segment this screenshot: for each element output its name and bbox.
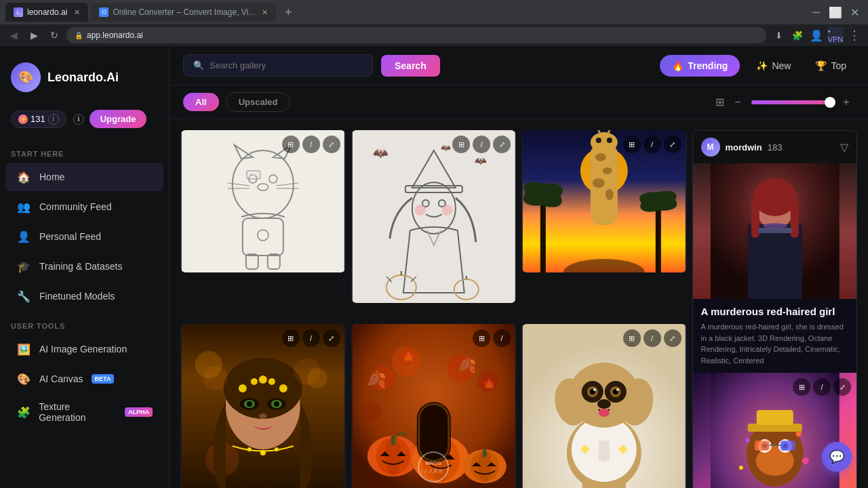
- svg-text:🦇: 🦇: [372, 146, 388, 161]
- sidebar-item-label-training: Training & Datasets: [39, 261, 122, 272]
- svg-point-157: [593, 388, 596, 391]
- svg-point-103: [275, 447, 279, 451]
- edit-icon-monkey[interactable]: /: [813, 378, 831, 396]
- grid-icon-giraffe[interactable]: ⊞: [623, 136, 641, 153]
- expand-icon-giraffe[interactable]: ⤢: [664, 136, 682, 153]
- sidebar-item-label-personal: Personal Feed: [39, 231, 101, 242]
- menu-icon[interactable]: ⋮: [846, 27, 863, 43]
- gallery-item-cat[interactable]: ⊞ / ⤢: [180, 130, 346, 272]
- sidebar-item-finetuned[interactable]: 🔧 Finetuned Models: [5, 282, 163, 310]
- svg-point-106: [203, 366, 228, 390]
- finetuned-icon: 🔧: [16, 289, 31, 304]
- chat-fab-button[interactable]: 💬: [822, 442, 852, 472]
- vote-icon[interactable]: ▽: [840, 141, 848, 154]
- expand-icon-cat[interactable]: ⤢: [323, 136, 340, 153]
- info-icon-2[interactable]: ℹ: [73, 114, 84, 125]
- edit-icon-witch[interactable]: /: [473, 136, 490, 153]
- forward-button[interactable]: ▶: [26, 27, 42, 43]
- training-icon: 🎓: [16, 259, 31, 274]
- gallery-item-chihuahua[interactable]: ⊞ / ⤢: [521, 324, 687, 488]
- gallery-item-portrait[interactable]: ⊞ / ⤢: [180, 324, 346, 488]
- search-button[interactable]: Search: [381, 55, 440, 77]
- svg-point-159: [597, 399, 611, 409]
- search-input[interactable]: [210, 60, 363, 70]
- witch-card-icons: ⊞ / ⤢: [452, 136, 511, 153]
- gallery-item-pumpkins[interactable]: 🍂 🍁 🍂 🍁 RRCG 人人素画 ⊞ /: [351, 324, 517, 488]
- trophy-icon: 🏆: [815, 60, 827, 71]
- maximize-button[interactable]: ⬜: [827, 4, 844, 20]
- edit-icon-portrait[interactable]: /: [302, 329, 320, 347]
- gallery-item-witch[interactable]: 🦇 🦇 🦇: [351, 130, 517, 303]
- trending-button[interactable]: 🔥 Trending: [660, 55, 740, 77]
- download-icon[interactable]: ⬇: [770, 27, 787, 43]
- featured-card[interactable]: M mordwin 183 ▽: [692, 130, 858, 488]
- info-icon[interactable]: i: [48, 114, 59, 125]
- svg-point-137: [418, 452, 448, 482]
- tab-favicon-leonardo: L: [14, 7, 23, 17]
- edit-icon-dog[interactable]: /: [644, 329, 661, 347]
- url-bar[interactable]: 🔒 app.leonardo.ai: [66, 27, 766, 43]
- top-button[interactable]: 🏆 Top: [807, 55, 854, 77]
- new-tab-button[interactable]: +: [279, 3, 298, 22]
- sidebar-item-ai-image[interactable]: 🖼️ AI Image Generation: [5, 335, 163, 363]
- profile-icon[interactable]: 👤: [808, 27, 825, 43]
- tab-leonardo[interactable]: L leonardo.ai ✕: [5, 3, 88, 22]
- grid-view-icon[interactable]: ⊞: [715, 96, 724, 108]
- upscaled-filter-button[interactable]: Upscaled: [226, 92, 291, 112]
- extensions-icon[interactable]: 🧩: [789, 27, 806, 43]
- svg-point-93: [279, 384, 288, 392]
- edit-icon-cat[interactable]: /: [302, 136, 320, 153]
- home-icon: 🏠: [16, 169, 31, 184]
- sidebar-item-label-ai-image: AI Image Generation: [39, 344, 127, 354]
- svg-point-92: [269, 378, 275, 385]
- edit-icon-pumpkin[interactable]: /: [493, 329, 511, 347]
- sidebar-item-training[interactable]: 🎓 Training & Datasets: [5, 252, 163, 281]
- edit-icon-giraffe[interactable]: /: [644, 136, 661, 153]
- svg-point-26: [745, 439, 749, 443]
- expand-icon-monkey[interactable]: ⤢: [833, 378, 851, 396]
- giraffe-card-icons: ⊞ / ⤢: [623, 136, 682, 153]
- featured-title: A murderous red-haired girl: [701, 306, 849, 317]
- sidebar-item-community[interactable]: 👥 Community Feed: [5, 192, 163, 221]
- sidebar-item-home[interactable]: 🏠 Home: [5, 163, 163, 191]
- alpha-badge: ALPHA: [125, 407, 153, 417]
- close-button[interactable]: ✕: [846, 4, 863, 20]
- grid-icon-witch[interactable]: ⊞: [452, 136, 470, 153]
- svg-point-89: [239, 384, 247, 392]
- expand-icon-portrait[interactable]: ⤢: [323, 329, 340, 347]
- sidebar-item-label-home: Home: [39, 171, 64, 182]
- grid-icon-cat[interactable]: ⊞: [282, 136, 300, 153]
- grid-icon-pumpkin[interactable]: ⊞: [473, 329, 490, 347]
- upgrade-button[interactable]: Upgrade: [90, 110, 147, 128]
- new-button[interactable]: ✨ New: [748, 55, 799, 77]
- all-filter-button[interactable]: All: [183, 93, 219, 111]
- featured-username: mordwin: [726, 142, 762, 152]
- grid-icon-portrait[interactable]: ⊞: [282, 329, 300, 347]
- svg-point-88: [224, 358, 302, 419]
- zoom-out-button[interactable]: −: [730, 94, 746, 110]
- sidebar-item-ai-canvas[interactable]: 🎨 AI Canvas BETA: [5, 365, 163, 393]
- minimize-button[interactable]: ─: [808, 4, 825, 20]
- grid-icon-monkey[interactable]: ⊞: [793, 378, 810, 396]
- tab-close-leonardo[interactable]: ✕: [74, 8, 80, 17]
- svg-text:🍂: 🍂: [457, 356, 476, 374]
- tab-close-converter[interactable]: ✕: [262, 8, 268, 17]
- svg-text:RRCG: RRCG: [425, 460, 441, 466]
- back-button[interactable]: ◀: [5, 27, 22, 43]
- tab-converter[interactable]: O Online Converter – Convert Image, Vi..…: [91, 3, 276, 22]
- expand-icon-witch[interactable]: ⤢: [493, 136, 511, 153]
- zoom-slider[interactable]: [751, 100, 833, 104]
- zoom-in-button[interactable]: +: [838, 94, 854, 110]
- grid-icon-dog[interactable]: ⊞: [623, 329, 641, 347]
- sidebar-item-texture[interactable]: 🧩 Texture Generation ALPHA: [5, 394, 163, 430]
- svg-point-101: [248, 447, 252, 451]
- refresh-button[interactable]: ↻: [46, 27, 62, 43]
- gallery-item-giraffe[interactable]: ⊞ / ⤢: [521, 130, 687, 272]
- pumpkin-card-icons: ⊞ /: [473, 329, 511, 347]
- portrait-card-icons: ⊞ / ⤢: [282, 329, 340, 347]
- cat-card-icons: ⊞ / ⤢: [282, 136, 340, 153]
- expand-icon-dog[interactable]: ⤢: [664, 329, 682, 347]
- svg-rect-123: [482, 449, 486, 458]
- grid-controls: ⊞ − +: [715, 94, 854, 110]
- sidebar-item-personal[interactable]: 👤 Personal Feed: [5, 222, 163, 251]
